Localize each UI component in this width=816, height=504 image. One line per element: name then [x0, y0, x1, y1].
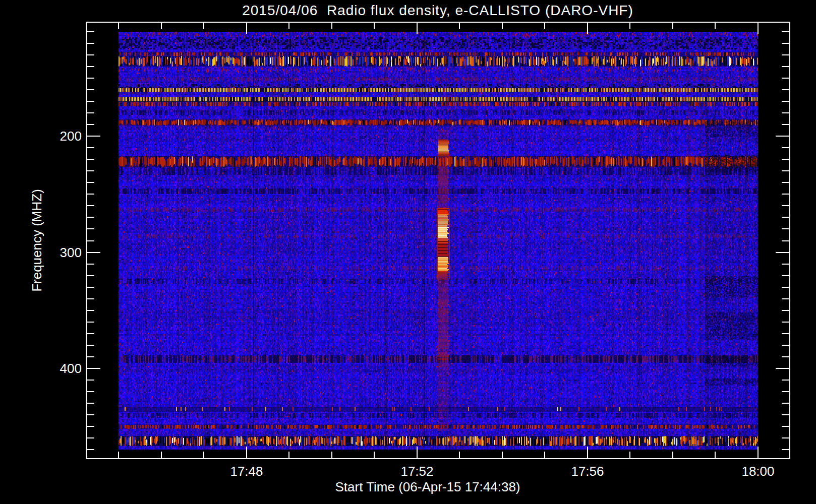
y-minor-tick — [87, 31, 94, 32]
y-minor-tick — [87, 322, 94, 323]
y-minor-tick — [87, 147, 94, 148]
y-minor-tick — [87, 264, 94, 265]
x-minor-tick-top — [288, 23, 289, 29]
x-minor-tick — [672, 452, 673, 458]
y-minor-tick-right — [782, 147, 789, 148]
x-minor-tick — [118, 452, 119, 458]
x-minor-tick-top — [502, 23, 503, 29]
y-minor-tick — [87, 228, 94, 229]
x-minor-tick — [288, 452, 289, 458]
y-minor-tick-right — [782, 124, 789, 125]
x-tick-label: 18:00 — [718, 464, 798, 479]
x-minor-tick — [715, 452, 716, 458]
y-minor-tick-right — [782, 112, 789, 113]
y-minor-tick-right — [782, 205, 789, 206]
y-minor-tick-right — [782, 391, 789, 392]
spectrogram-figure: 2015/04/06 Radio flux density, e-CALLIST… — [0, 0, 816, 504]
y-minor-tick — [87, 101, 94, 102]
y-major-tick — [87, 368, 100, 369]
y-minor-tick — [87, 205, 94, 206]
x-major-tick-top — [757, 23, 759, 34]
y-minor-tick-right — [782, 182, 789, 183]
x-major-tick — [587, 447, 588, 458]
y-minor-tick — [87, 414, 94, 415]
y-minor-tick — [87, 112, 94, 113]
x-minor-tick-top — [544, 23, 545, 29]
x-minor-tick-top — [374, 23, 375, 29]
x-minor-tick — [374, 452, 375, 458]
x-major-tick-top — [587, 23, 588, 34]
y-minor-tick — [87, 182, 94, 183]
x-minor-tick — [331, 452, 332, 458]
x-minor-tick-top — [118, 23, 119, 29]
y-minor-tick — [87, 333, 94, 334]
y-minor-tick — [87, 124, 94, 125]
y-minor-tick-right — [782, 414, 789, 415]
y-minor-tick — [87, 426, 94, 427]
y-minor-tick-right — [782, 89, 789, 90]
y-minor-tick — [87, 345, 94, 346]
y-tick-label: 200 — [26, 129, 82, 143]
x-minor-tick-top — [161, 23, 162, 29]
x-tick-label: 17:52 — [377, 464, 457, 479]
x-minor-tick — [161, 452, 162, 458]
x-minor-tick — [502, 452, 503, 458]
y-major-tick-right — [776, 252, 789, 253]
y-minor-tick-right — [782, 54, 789, 55]
y-minor-tick-right — [782, 380, 789, 381]
y-minor-tick — [87, 449, 94, 450]
y-minor-tick-right — [782, 287, 789, 288]
y-minor-tick-right — [782, 298, 789, 299]
y-axis-title: Frequency (MHZ) — [29, 189, 45, 292]
x-minor-tick-top — [629, 23, 630, 29]
y-tick-label: 400 — [26, 361, 82, 375]
y-minor-tick — [87, 217, 94, 218]
y-minor-tick-right — [782, 345, 789, 346]
y-minor-tick-right — [782, 310, 789, 311]
y-minor-tick — [87, 170, 94, 171]
y-minor-tick-right — [782, 356, 789, 357]
y-major-tick-right — [776, 136, 789, 137]
y-minor-tick-right — [782, 264, 789, 265]
y-minor-tick-right — [782, 275, 789, 276]
y-minor-tick-right — [782, 101, 789, 102]
x-major-tick — [246, 447, 247, 458]
y-minor-tick — [87, 298, 94, 299]
y-minor-tick-right — [782, 194, 789, 195]
y-minor-tick — [87, 194, 94, 195]
y-minor-tick-right — [782, 170, 789, 171]
y-minor-tick-right — [782, 78, 789, 79]
y-minor-tick — [87, 275, 94, 276]
y-minor-tick — [87, 356, 94, 357]
x-tick-label: 17:48 — [206, 464, 287, 479]
y-minor-tick — [87, 437, 94, 438]
y-minor-tick — [87, 391, 94, 392]
y-minor-tick-right — [782, 228, 789, 229]
y-minor-tick-right — [782, 322, 789, 323]
y-minor-tick — [87, 380, 94, 381]
y-minor-tick — [87, 78, 94, 79]
y-minor-tick — [87, 89, 94, 90]
x-major-tick-top — [417, 23, 418, 34]
y-major-tick — [87, 252, 100, 253]
x-minor-tick-top — [715, 23, 716, 29]
y-major-tick — [87, 136, 100, 137]
x-minor-tick-top — [331, 23, 332, 29]
y-minor-tick-right — [782, 426, 789, 427]
x-major-tick — [757, 447, 759, 458]
y-minor-tick — [87, 66, 94, 67]
x-minor-tick-top — [203, 23, 204, 29]
y-minor-tick-right — [782, 449, 789, 450]
y-minor-tick-right — [782, 333, 789, 334]
y-minor-tick-right — [782, 403, 789, 404]
x-major-tick — [417, 447, 418, 458]
y-minor-tick — [87, 240, 94, 241]
y-minor-tick-right — [782, 31, 789, 32]
x-minor-tick — [203, 452, 204, 458]
y-major-tick-right — [776, 368, 789, 369]
y-minor-tick-right — [782, 217, 789, 218]
x-minor-tick — [459, 452, 460, 458]
y-minor-tick-right — [782, 159, 789, 160]
y-minor-tick — [87, 159, 94, 160]
x-tick-label: 17:56 — [547, 464, 628, 479]
